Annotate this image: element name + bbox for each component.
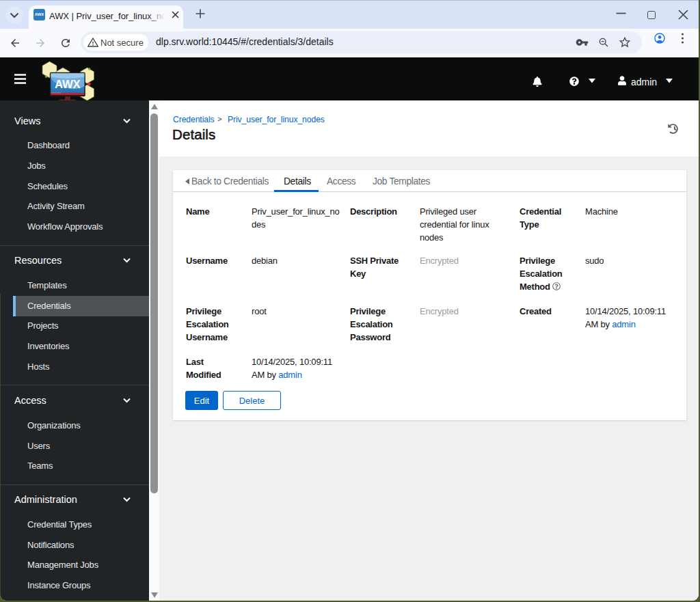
svg-text:AWX: AWX	[55, 78, 81, 91]
